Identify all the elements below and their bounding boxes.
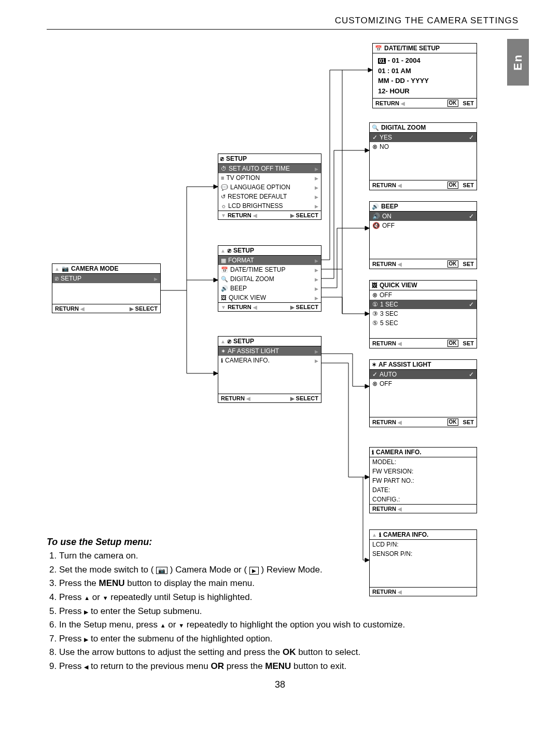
chevron-right-icon <box>315 193 318 200</box>
triangle-down-icon <box>178 620 184 630</box>
ok-label[interactable]: OK <box>447 100 458 107</box>
check-icon <box>469 371 474 378</box>
chevron-right-icon <box>315 184 318 191</box>
select-label[interactable]: SELECT <box>296 212 318 218</box>
svg-marker-8 <box>365 148 369 152</box>
return-label[interactable]: RETURN <box>372 261 396 267</box>
quickview-icon: 🖼 <box>221 295 227 301</box>
return-label[interactable]: RETURN <box>228 212 251 218</box>
ok-label[interactable]: OK <box>447 181 458 189</box>
date-line: 01 - 01 - 2004 <box>378 55 471 66</box>
return-label[interactable]: RETURN <box>372 182 396 188</box>
chevron-right-icon <box>315 257 318 264</box>
ok-label[interactable]: OK <box>447 340 458 347</box>
info-icon: ℹ <box>372 449 374 456</box>
row-auto[interactable]: ✓AUTO <box>370 370 477 379</box>
row-datetime[interactable]: 📅DATE/TIME SETUP <box>218 265 321 274</box>
row-3sec[interactable]: ③3 SEC <box>370 309 477 318</box>
row-format[interactable]: ▦FORMAT <box>218 256 321 265</box>
panel-title: ⎚ SETUP <box>218 154 321 164</box>
triangle-left-icon <box>246 395 250 401</box>
panel-title: ℹCAMERA INFO. <box>370 448 477 457</box>
chevron-right-icon <box>315 275 318 283</box>
sound-icon: 🔊 <box>372 203 379 210</box>
triangle-up-icon <box>84 592 90 602</box>
svg-marker-27 <box>365 475 369 479</box>
triangle-right-icon <box>84 606 88 616</box>
return-label[interactable]: RETURN <box>228 304 251 310</box>
triangle-left-icon <box>398 340 402 346</box>
ok-label[interactable]: OK <box>447 418 458 426</box>
calendar-icon: 📅 <box>221 267 228 273</box>
svg-marker-10 <box>365 312 369 316</box>
row-off[interactable]: ⊗OFF <box>370 290 477 300</box>
set-label[interactable]: SET <box>463 419 474 425</box>
ok-label[interactable]: OK <box>447 260 458 268</box>
row-auto-off[interactable]: ⏱SET AUTO OFF TIME <box>218 164 321 173</box>
select-label[interactable]: SELECT <box>296 395 318 401</box>
page-header: CUSTOMIZING THE CAMERA SETTINGS <box>47 16 519 26</box>
triangle-left-icon <box>253 304 257 310</box>
row-camera-info[interactable]: ℹCAMERA INFO. <box>218 356 321 365</box>
svg-marker-7 <box>368 68 372 72</box>
panel-quick-view: 🖼QUICK VIEW ⊗OFF ①1 SEC ③3 SEC ⑤5 SEC RE… <box>369 280 477 348</box>
row-1sec[interactable]: ①1 SEC <box>370 300 477 309</box>
row-off[interactable]: ⊗OFF <box>370 379 477 388</box>
hour-line: 12- HOUR <box>378 86 471 96</box>
info-icon: ℹ <box>221 357 223 364</box>
set-label[interactable]: SET <box>463 340 474 346</box>
toggles-icon: ⎚ <box>220 156 224 162</box>
triangle-left-icon <box>398 261 402 267</box>
triangle-right-icon <box>84 634 88 644</box>
row-beep[interactable]: 🔊BEEP <box>218 284 321 293</box>
row-setup[interactable]: ⎚SETUP <box>52 274 160 283</box>
brightness-icon: ☼ <box>221 203 226 209</box>
step-6: In the Setup menu, press or repeatedly t… <box>59 619 410 632</box>
return-label[interactable]: RETURN <box>221 395 245 401</box>
row-yes[interactable]: ✓YES <box>370 133 477 142</box>
return-label[interactable]: RETURN <box>372 419 396 425</box>
return-label[interactable]: RETURN <box>372 340 396 346</box>
step-8: Use the arrow buttons to adjust the sett… <box>59 646 410 659</box>
panel-setup-1: ⎚ SETUP ⏱SET AUTO OFF TIME ≡TV OPTION 💬L… <box>218 153 321 220</box>
row-digital-zoom[interactable]: 🔍DIGITAL ZOOM <box>218 274 321 284</box>
row-no[interactable]: ⊗NO <box>370 142 477 151</box>
select-label[interactable]: SELECT <box>135 305 158 312</box>
header-rule <box>47 29 519 30</box>
step-4: Press or repeatedly until Setup is highl… <box>59 591 410 604</box>
toggles-icon: ⎚ <box>55 275 59 282</box>
panel-datetime: 📅DATE/TIME SETUP 01 - 01 - 2004 01 : 01 … <box>372 43 477 108</box>
panel-footer: RETURN SELECT <box>218 302 321 311</box>
toggles-icon: ⎚ <box>228 338 231 344</box>
set-label[interactable]: SET <box>463 182 474 188</box>
row-af-assist[interactable]: ✶AF ASSIST LIGHT <box>218 346 321 356</box>
panel-camera-info-1: ℹCAMERA INFO. MODEL: FW VERSION: FW PART… <box>369 447 477 513</box>
triangle-left-icon <box>253 212 257 218</box>
panel-title: ⎚ SETUP <box>218 337 321 346</box>
set-label[interactable]: SET <box>463 261 474 267</box>
row-fw-version: FW VERSION: <box>370 467 477 476</box>
day-field[interactable]: 01 <box>378 58 386 64</box>
return-label[interactable]: RETURN <box>55 305 79 312</box>
row-restore[interactable]: ↺RESTORE DEFAULT <box>218 192 321 201</box>
row-on[interactable]: 🔊ON <box>370 212 477 221</box>
set-label[interactable]: SET <box>463 100 474 106</box>
row-fw-part: FW PART NO.: <box>370 476 477 485</box>
row-5sec[interactable]: ⑤5 SEC <box>370 318 477 328</box>
triangle-right-icon <box>290 395 295 401</box>
return-label[interactable]: RETURN <box>375 100 399 106</box>
no-icon: ⊗ <box>372 143 377 150</box>
row-tv-option[interactable]: ≡TV OPTION <box>218 173 321 183</box>
row-quickview[interactable]: 🖼QUICK VIEW <box>218 293 321 302</box>
no-icon: ⊗ <box>372 291 377 299</box>
return-label[interactable]: RETURN <box>372 506 396 512</box>
row-lcd-brightness[interactable]: ☼LCD BRIGHTNESS <box>218 201 321 211</box>
panel-title: 📅DATE/TIME SETUP <box>373 44 477 53</box>
light-icon: ✶ <box>221 348 226 355</box>
calendar-icon: 📅 <box>375 45 382 52</box>
format-icon: ▦ <box>221 257 226 264</box>
step-3: Press the MENU button to display the mai… <box>59 577 410 590</box>
row-off[interactable]: 🔇OFF <box>370 221 477 230</box>
row-language[interactable]: 💬LANGUAGE OPTION <box>218 183 321 192</box>
select-label[interactable]: SELECT <box>296 304 318 310</box>
